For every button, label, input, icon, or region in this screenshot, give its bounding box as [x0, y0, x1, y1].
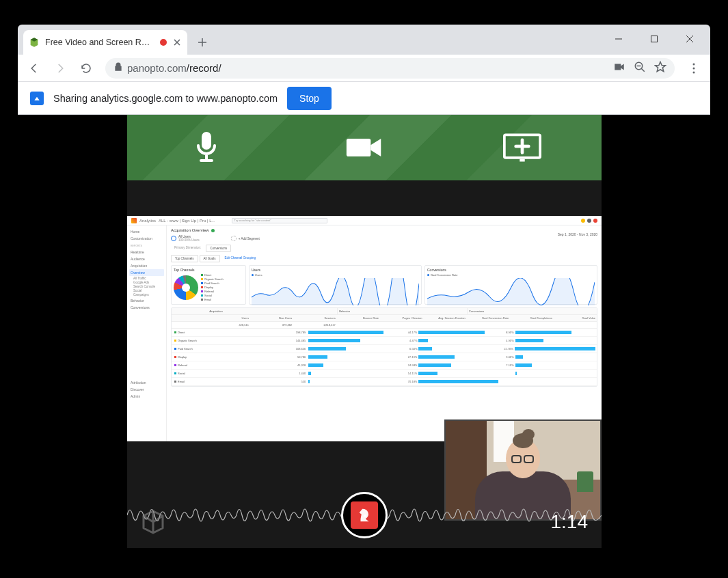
ga-conversions-line-chart [427, 278, 595, 305]
ga-nav-search-console[interactable]: Search Console [129, 285, 164, 288]
ga-nav-acquisition[interactable]: Acquisition [129, 262, 164, 269]
table-row[interactable]: Display50,78627.19%9.60% [172, 353, 597, 361]
favicon-panopto [29, 37, 40, 48]
ga-users-line-chart [252, 278, 419, 305]
ga-nav-conversions[interactable]: Conversions [129, 304, 164, 311]
checkmark-icon [211, 229, 215, 232]
table-row[interactable]: Referral41,02824.93%7.10% [172, 361, 597, 370]
browser-tab[interactable]: Free Video and Screen Reco [23, 30, 187, 55]
svg-point-2 [693, 63, 695, 65]
ga-nav-customization[interactable]: Customization [129, 235, 164, 242]
legend-item: Paid Search [201, 281, 224, 285]
address-bar[interactable]: panopto.com/record/ [105, 58, 675, 79]
ga-account-avatar [593, 219, 597, 223]
ga-nav-attribution[interactable]: Attribution [129, 379, 164, 386]
lock-icon [113, 62, 123, 74]
recorder-viewport: Analytics ALL - www | Sign Up | Pro | L.… [18, 115, 710, 548]
recording-indicator-dot [160, 39, 167, 46]
svg-rect-5 [202, 132, 211, 150]
recording-timer: 1:14 [551, 511, 589, 533]
url-text: panopto.com/record/ [127, 62, 221, 74]
table-row[interactable]: Direct198,78944.17%8.90% [172, 329, 597, 337]
svg-point-8 [364, 514, 366, 517]
add-segment-icon[interactable] [231, 236, 237, 241]
microphone-icon[interactable] [187, 128, 226, 167]
ga-app-name: Analytics [139, 219, 156, 223]
ga-nav-google-ads[interactable]: Google Ads [129, 281, 164, 284]
recorder-toolbar [127, 115, 602, 180]
ga-pie-chart [174, 275, 198, 300]
ga-page-title: Acquisition Overview [171, 228, 209, 232]
panopto-logo-icon [139, 508, 167, 536]
stop-recording-button[interactable] [341, 492, 388, 538]
svg-point-4 [693, 71, 695, 73]
ga-notif-icon [581, 219, 585, 223]
svg-point-3 [693, 67, 695, 69]
legend-item: Display [201, 286, 224, 289]
ga-nav-home[interactable]: Home [129, 228, 164, 235]
add-screen-icon[interactable] [503, 128, 541, 167]
window-close-button[interactable] [675, 29, 705, 49]
new-tab-button[interactable] [193, 33, 212, 52]
svg-rect-6 [347, 139, 370, 156]
table-row[interactable]: Email55070.18% [172, 378, 597, 386]
table-row[interactable]: Paid Search103,6566.50%22.70% [172, 345, 597, 353]
svg-rect-0 [651, 36, 658, 42]
nav-back-button[interactable] [23, 57, 45, 79]
ga-nav-discover[interactable]: Discover [129, 386, 164, 393]
legend-item: Social [201, 294, 224, 297]
ga-nav-social[interactable]: Social [129, 289, 164, 292]
nav-forward-button[interactable] [49, 57, 71, 79]
shared-screen-analytics: Analytics ALL - www | Sign Up | Pro | L.… [127, 216, 602, 441]
ga-nav-audience[interactable]: Audience [129, 256, 164, 262]
legend-item: Organic Search [201, 277, 224, 281]
ga-nav-all-traffic[interactable]: All Traffic [129, 277, 164, 280]
ga-search-input[interactable]: Try searching for "site content" [232, 218, 327, 223]
ga-apps-icon [587, 219, 591, 223]
window-maximize-button[interactable] [639, 29, 669, 49]
ga-sidebar: Home Customization REPORTS Realtime Audi… [127, 225, 167, 441]
sharing-info-text: Sharing analytics.google.com to www.pano… [53, 93, 278, 104]
camera-toolbar-icon[interactable] [345, 128, 383, 167]
tab-title: Free Video and Screen Reco [45, 38, 154, 47]
screen-share-icon [30, 92, 44, 105]
ga-nav-admin[interactable]: Admin [129, 393, 164, 400]
ga-nav-campaigns[interactable]: Campaigns [129, 293, 164, 297]
browser-title-bar: Free Video and Screen Reco [18, 25, 710, 55]
legend-item: Referral [201, 290, 224, 293]
ga-channels-table: Acquisition Behavior Conversions Users N… [171, 307, 597, 387]
browser-nav-bar: panopto.com/record/ [18, 55, 710, 82]
stop-sharing-button[interactable]: Stop [287, 87, 332, 110]
star-icon[interactable] [654, 61, 666, 76]
nav-reload-button[interactable] [75, 57, 97, 79]
ga-nav-overview[interactable]: Overview [129, 269, 164, 276]
ga-nav-reports-hdr: REPORTS [129, 243, 164, 249]
ga-logo-icon [131, 218, 137, 223]
table-row[interactable]: Social1,44014.11% [172, 370, 597, 378]
zoom-out-icon[interactable] [634, 61, 646, 76]
ga-date-range[interactable]: Sep 1, 2020 - Nov 3, 2020 [558, 232, 597, 236]
window-minimize-button[interactable] [604, 29, 634, 49]
browser-menu-button[interactable] [683, 57, 705, 79]
legend-item: Email [201, 298, 224, 301]
ga-account: ALL - www | Sign Up | Pro | L... [159, 219, 215, 223]
ga-nav-behavior[interactable]: Behavior [129, 297, 164, 304]
table-row[interactable]: Organic Search144,4854.47%4.90% [172, 337, 597, 345]
sharing-info-bar: Sharing analytics.google.com to www.pano… [18, 82, 710, 115]
camera-icon[interactable] [613, 61, 625, 76]
legend-item: Direct [201, 273, 224, 277]
ga-nav-realtime[interactable]: Realtime [129, 249, 164, 256]
tab-close-button[interactable] [172, 38, 182, 47]
segment-indicator-icon [171, 236, 176, 241]
